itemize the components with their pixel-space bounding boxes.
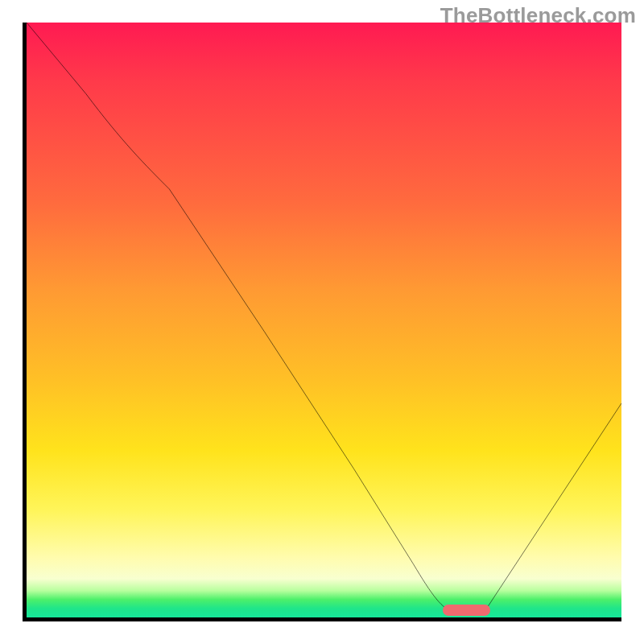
plot-area — [23, 23, 621, 621]
bottleneck-chart: TheBottleneck.com — [0, 0, 644, 644]
optimal-range-marker — [443, 605, 490, 616]
curve-layer — [27, 23, 621, 617]
bottleneck-curve — [27, 23, 621, 612]
